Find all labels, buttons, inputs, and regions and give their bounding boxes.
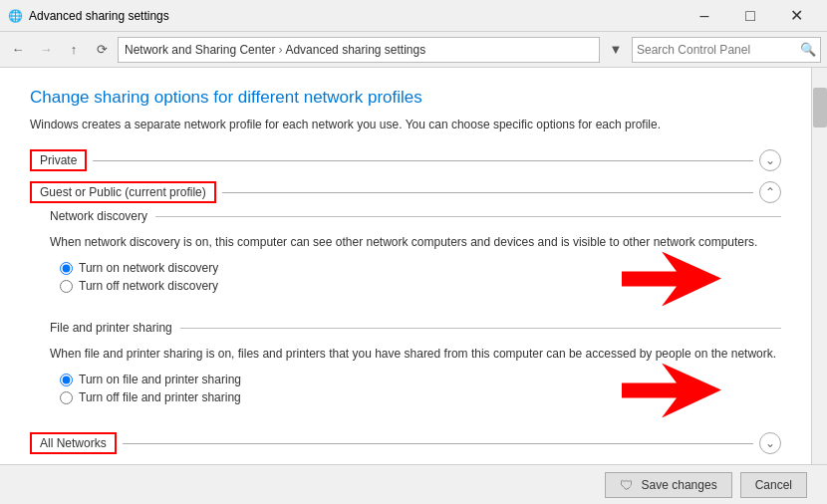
save-button[interactable]: 🛡 Save changes bbox=[605, 472, 732, 498]
public-profile-chevron[interactable]: ⌃ bbox=[759, 181, 781, 203]
expanded-section: Network discovery When network discovery… bbox=[30, 209, 781, 422]
forward-button[interactable]: → bbox=[34, 38, 58, 62]
all-networks-label[interactable]: All Networks bbox=[30, 432, 117, 454]
minimize-button[interactable]: – bbox=[682, 0, 727, 32]
close-button[interactable]: ✕ bbox=[773, 0, 819, 32]
content-area: Change sharing options for different net… bbox=[0, 68, 811, 464]
search-icon: 🔍 bbox=[800, 42, 816, 57]
file-printer-title: File and printer sharing bbox=[50, 321, 172, 335]
network-discovery-arrow bbox=[622, 252, 721, 307]
address-dropdown-button[interactable]: ▼ bbox=[604, 38, 628, 62]
network-discovery-off-label: Turn off network discovery bbox=[79, 279, 218, 293]
file-printer-divider bbox=[180, 328, 781, 329]
page-title: Change sharing options for different net… bbox=[30, 88, 781, 108]
titlebar: 🌐 Advanced sharing settings – □ ✕ bbox=[0, 0, 827, 32]
network-discovery-radio-group: Turn on network discovery Turn off netwo… bbox=[50, 261, 781, 297]
network-discovery-title-row: Network discovery bbox=[50, 209, 781, 223]
public-profile-label[interactable]: Guest or Public (current profile) bbox=[30, 181, 216, 203]
up-button[interactable]: ↑ bbox=[62, 38, 86, 62]
file-printer-title-row: File and printer sharing bbox=[50, 321, 781, 335]
all-networks-line bbox=[123, 443, 753, 444]
all-networks-chevron[interactable]: ⌄ bbox=[759, 432, 781, 454]
profile-private-header: Private ⌄ bbox=[30, 149, 781, 171]
scrollbar-track[interactable] bbox=[811, 68, 827, 464]
file-printer-off-label: Turn off file and printer sharing bbox=[79, 390, 241, 404]
network-discovery-on-label: Turn on network discovery bbox=[79, 261, 218, 275]
save-label: Save changes bbox=[642, 478, 717, 492]
all-networks-section: All Networks ⌄ bbox=[30, 432, 781, 454]
profile-public-line bbox=[222, 192, 753, 193]
profile-public-section: Guest or Public (current profile) ⌃ Netw… bbox=[30, 181, 781, 422]
search-box[interactable]: 🔍 bbox=[632, 37, 821, 63]
refresh-button[interactable]: ⟳ bbox=[90, 38, 114, 62]
bottombar: 🛡 Save changes Cancel bbox=[0, 464, 827, 504]
profile-public-header: Guest or Public (current profile) ⌃ bbox=[30, 181, 781, 203]
file-printer-on-radio[interactable] bbox=[60, 374, 73, 386]
network-discovery-off-radio[interactable] bbox=[60, 280, 73, 293]
address-path[interactable]: Network and Sharing Center › Advanced sh… bbox=[118, 37, 600, 63]
file-printer-on-label: Turn on file and printer sharing bbox=[79, 373, 241, 386]
maximize-button[interactable]: □ bbox=[727, 0, 773, 32]
profile-private-section: Private ⌄ bbox=[30, 149, 781, 171]
shield-icon: 🛡 bbox=[620, 477, 634, 493]
scrollbar-thumb[interactable] bbox=[813, 88, 827, 127]
file-printer-arrow bbox=[622, 364, 721, 418]
breadcrumb-current: Advanced sharing settings bbox=[285, 43, 425, 57]
window-controls: – □ ✕ bbox=[682, 0, 819, 32]
breadcrumb-network: Network and Sharing Center bbox=[125, 43, 275, 57]
svg-marker-1 bbox=[622, 364, 721, 418]
network-discovery-on-radio[interactable] bbox=[60, 262, 73, 275]
addressbar: ← → ↑ ⟳ Network and Sharing Center › Adv… bbox=[0, 32, 827, 68]
file-printer-off-radio[interactable] bbox=[60, 391, 73, 404]
app-icon: 🌐 bbox=[8, 9, 23, 23]
cancel-button[interactable]: Cancel bbox=[740, 472, 807, 498]
file-printer-description: When file and printer sharing is on, fil… bbox=[50, 345, 781, 363]
network-discovery-description: When network discovery is on, this compu… bbox=[50, 233, 781, 251]
network-discovery-divider bbox=[155, 216, 781, 217]
file-printer-radio-group: Turn on file and printer sharing Turn of… bbox=[50, 373, 781, 408]
main-container: Change sharing options for different net… bbox=[0, 68, 827, 464]
breadcrumb-separator: › bbox=[278, 43, 282, 57]
page-description: Windows creates a separate network profi… bbox=[30, 116, 781, 133]
svg-marker-0 bbox=[622, 252, 721, 307]
private-profile-chevron[interactable]: ⌄ bbox=[759, 149, 781, 171]
private-profile-label[interactable]: Private bbox=[30, 149, 87, 171]
window-title: Advanced sharing settings bbox=[29, 9, 682, 23]
network-discovery-title: Network discovery bbox=[50, 209, 147, 223]
back-button[interactable]: ← bbox=[6, 38, 30, 62]
search-input[interactable] bbox=[637, 43, 800, 57]
profile-private-line bbox=[93, 160, 753, 161]
all-networks-header: All Networks ⌄ bbox=[30, 432, 781, 454]
